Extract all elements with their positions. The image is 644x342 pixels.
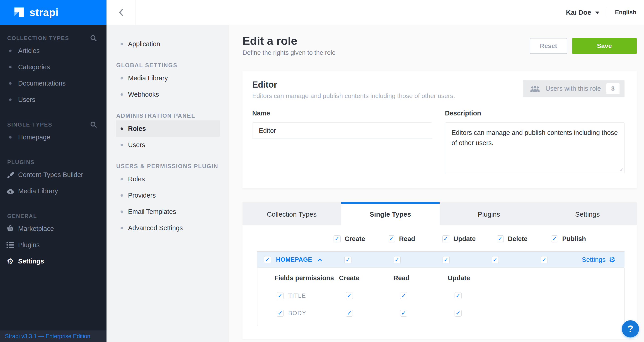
tab-settings[interactable]: Settings [538,202,637,225]
fields-permissions-box: Fields permissions Create Read Update TI… [257,267,624,326]
tab-collection-types[interactable]: Collection Types [242,202,341,225]
settings-section-users-permissions: USERS & PERMISSIONS PLUGIN [116,163,229,170]
version-link[interactable]: Strapi v3.3.1 — Enterprise Edition [0,331,106,342]
settings-item-application[interactable]: Application [106,36,229,52]
tab-plugins[interactable]: Plugins [440,202,538,225]
homepage-delete-checkbox[interactable] [492,256,499,263]
settings-item-media-library[interactable]: Media Library [106,70,229,86]
publish-all-checkbox[interactable] [551,235,558,242]
bullet-icon [9,136,12,139]
help-button[interactable]: ? [622,320,639,338]
homepage-label[interactable]: HOMEPAGE [276,256,312,263]
strapi-logo-icon [11,5,25,19]
sidebar-item-users[interactable]: Users [6,91,98,108]
reset-button[interactable]: Reset [530,38,567,54]
settings-item-label: Email Templates [128,208,176,215]
settings-item-advanced-settings[interactable]: Advanced Settings [106,220,229,236]
body-field-checkbox[interactable] [277,310,284,317]
section-label: COLLECTION TYPES [7,35,69,41]
search-icon[interactable] [90,121,98,129]
settings-item-label: Roles [128,175,145,183]
column-header-create: Create [339,274,394,282]
title-create-checkbox[interactable] [346,292,353,299]
action-label: Publish [562,235,586,243]
chevron-up-icon[interactable] [317,258,322,262]
sidebar-item-settings[interactable]: ⚙ Settings [6,253,98,269]
title-update-checkbox[interactable] [454,292,462,299]
sidebar-item-label: Settings [18,258,44,265]
read-all-checkbox[interactable] [388,235,395,242]
sidebar-item-content-types-builder[interactable]: Content-Types Builder [6,167,98,183]
sidebar-item-media-library[interactable]: Media Library [6,183,98,199]
homepage-row: HOMEPAGE Settings ⚙ [257,251,624,267]
bullet-icon [120,93,123,96]
section-label: PLUGINS [7,159,35,166]
create-all-checkbox[interactable] [334,235,340,242]
homepage-settings-link[interactable]: Settings ⚙ [582,256,616,263]
strapi-logo[interactable]: strapi [0,0,106,25]
bullet-icon [120,77,123,79]
title-field-checkbox[interactable] [277,292,284,299]
settings-item-users[interactable]: Users [106,137,229,153]
field-name-label: BODY [288,310,306,317]
settings-item-up-roles[interactable]: Roles [106,171,229,187]
tab-single-types[interactable]: Single Types [341,202,440,225]
bullet-icon [120,227,123,229]
homepage-checkbox[interactable] [264,256,271,263]
role-name-heading: Editor [252,80,455,90]
search-icon[interactable] [90,34,98,42]
settings-item-roles[interactable]: Roles [116,120,220,137]
gear-icon: ⚙ [7,257,14,265]
main-sidebar: strapi COLLECTION TYPES Articles Cat [0,0,106,342]
sidebar-item-homepage[interactable]: Homepage [6,129,98,145]
topbar-right: Kai Doe English [566,7,644,17]
page-subtitle: Define the rights given to the role [242,49,336,56]
cloud-upload-icon [6,188,14,194]
bullet-icon [9,66,12,68]
role-name-input[interactable] [252,123,432,139]
settings-item-email-templates[interactable]: Email Templates [106,203,229,220]
settings-item-label: Application [128,40,160,48]
settings-section-admin-panel: ADMINISTRATION PANEL [116,113,229,119]
language-selector[interactable]: English [615,9,636,16]
column-header-update: Update [448,274,502,282]
body-read-checkbox[interactable] [400,310,407,317]
sidebar-nav: COLLECTION TYPES Articles Categories [0,25,106,331]
homepage-create-checkbox[interactable] [344,256,352,263]
homepage-read-checkbox[interactable] [394,256,401,263]
settings-item-webhooks[interactable]: Webhooks [106,86,229,103]
sidebar-item-marketplace[interactable]: Marketplace [6,220,98,237]
main-content: Edit a role Define the rights given to t… [229,25,644,342]
role-description-textarea[interactable]: Editors can manage and publish contents … [445,123,625,173]
sidebar-item-label: Categories [18,63,50,71]
settings-item-providers[interactable]: Providers [106,187,229,203]
bullet-icon [120,127,123,130]
bullet-icon [9,50,12,52]
bullet-icon [9,82,12,85]
homepage-publish-checkbox[interactable] [541,256,548,263]
save-button[interactable]: Save [572,38,637,54]
sidebar-item-label: Plugins [18,241,40,249]
user-menu[interactable]: Kai Doe [566,8,599,16]
strapi-admin-app: strapi COLLECTION TYPES Articles Cat [0,0,644,342]
column-header-read: Read [394,274,448,282]
back-button[interactable] [106,0,136,25]
sidebar-item-plugins[interactable]: Plugins [6,237,98,253]
body-update-checkbox[interactable] [454,310,462,317]
users-with-role-button[interactable]: Users with this role 3 [523,80,624,97]
title-read-checkbox[interactable] [400,292,407,299]
homepage-update-checkbox[interactable] [442,256,450,263]
settings-gear-icon: ⚙ [609,256,616,263]
permissions-panel: Create Read Update Delete [242,225,637,339]
bullet-icon [120,210,123,213]
sidebar-section-collection-types: COLLECTION TYPES Articles Categories [6,34,98,108]
sidebar-item-documentations[interactable]: Documentations [6,75,98,91]
version-text: Strapi v3.3.1 — Enterprise Edition [5,333,90,340]
body-create-checkbox[interactable] [346,310,353,317]
action-label: Read [399,235,415,243]
bullet-icon [9,98,12,101]
update-all-checkbox[interactable] [442,235,449,242]
sidebar-item-categories[interactable]: Categories [6,59,98,75]
delete-all-checkbox[interactable] [497,235,504,242]
sidebar-item-articles[interactable]: Articles [6,42,98,59]
